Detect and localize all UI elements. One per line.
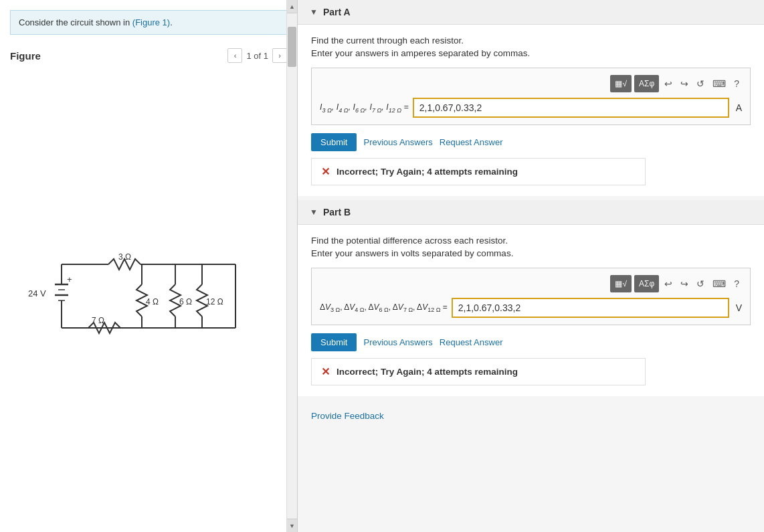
svg-text:24 V: 24 V xyxy=(28,288,46,298)
part-b-chevron: ▼ xyxy=(310,207,318,217)
matrix-btn[interactable]: ▦√ xyxy=(610,75,632,92)
provide-feedback-link[interactable]: Provide Feedback xyxy=(311,411,384,421)
redo-btn[interactable]: ↪ xyxy=(678,75,691,92)
help-btn[interactable]: ? xyxy=(731,75,742,92)
next-figure-btn[interactable]: › xyxy=(272,48,287,63)
part-b-error-icon: ✕ xyxy=(321,365,330,378)
circuit-diagram: + 24 V 3 Ω xyxy=(10,70,287,525)
part-b-input[interactable] xyxy=(452,298,729,318)
part-a-question2: Enter your answers in amperes separated … xyxy=(311,48,751,58)
figure-title: Figure xyxy=(10,50,41,62)
part-b-sigma-btn[interactable]: ΑΣφ xyxy=(634,275,659,292)
scroll-thumb xyxy=(288,27,296,67)
part-b-section: ▼ Part B Find the potential difference a… xyxy=(298,200,764,396)
figure-page: 1 of 1 xyxy=(246,51,268,61)
part-b-redo-btn[interactable]: ↪ xyxy=(678,275,691,292)
part-b-question1: Find the potential difference across eac… xyxy=(311,236,751,246)
keyboard-btn[interactable]: ⌨ xyxy=(710,75,729,92)
sigma-btn[interactable]: ΑΣφ xyxy=(634,75,659,92)
part-b-keyboard-btn[interactable]: ⌨ xyxy=(710,275,729,292)
part-b-label: Part B xyxy=(323,207,351,217)
part-b-matrix-btn[interactable]: ▦√ xyxy=(610,275,632,292)
figure-link[interactable]: (Figure 1) xyxy=(132,17,170,27)
part-a-unit: A xyxy=(733,102,742,113)
part-a-section: ▼ Part A Find the current through each r… xyxy=(298,0,764,196)
context-text: Consider the circuit shown in xyxy=(19,17,132,27)
part-a-answer-box: ▦√ ΑΣφ ↩ ↪ ↺ ⌨ ? I3 Ω, I4 Ω, I6 Ω, I7 Ω,… xyxy=(311,68,751,125)
figure-header: Figure ‹ 1 of 1 › xyxy=(10,48,287,63)
scroll-down-btn[interactable]: ▼ xyxy=(287,519,298,532)
part-a-toolbar: ▦√ ΑΣφ ↩ ↪ ↺ ⌨ ? xyxy=(320,75,742,92)
part-b-previous-answers-link[interactable]: Previous Answers xyxy=(363,337,432,347)
undo-btn[interactable]: ↩ xyxy=(662,75,675,92)
svg-text:12 Ω: 12 Ω xyxy=(206,297,223,306)
right-panel: ▼ Part A Find the current through each r… xyxy=(298,0,764,532)
figure-area: Figure ‹ 1 of 1 › + 24 V xyxy=(0,41,297,532)
context-box: Consider the circuit shown in (Figure 1)… xyxy=(10,10,287,35)
part-b-feedback-text: Incorrect; Try Again; 4 attempts remaini… xyxy=(337,367,518,377)
part-b-actions: Submit Previous Answers Request Answer xyxy=(311,333,751,351)
svg-text:6 Ω: 6 Ω xyxy=(179,297,192,306)
part-b-request-answer-link[interactable]: Request Answer xyxy=(440,337,503,347)
part-b-feedback-box: ✕ Incorrect; Try Again; 4 attempts remai… xyxy=(311,358,646,385)
part-b-answer-row: ΔV3 Ω, ΔV4 Ω, ΔV6 Ω, ΔV7 Ω, ΔV12 Ω = V xyxy=(320,298,742,318)
scrollbar: ▲ ▼ xyxy=(286,0,297,532)
part-a-chevron: ▼ xyxy=(310,7,318,17)
svg-text:4 Ω: 4 Ω xyxy=(146,297,159,306)
part-a-submit-btn[interactable]: Submit xyxy=(311,133,357,151)
part-b-question2: Enter your answers in volts separated by… xyxy=(311,248,751,258)
part-b-unit: V xyxy=(733,302,742,313)
figure-nav: ‹ 1 of 1 › xyxy=(227,48,287,63)
part-b-toolbar: ▦√ ΑΣφ ↩ ↪ ↺ ⌨ ? xyxy=(320,275,742,292)
part-b-equation-label: ΔV3 Ω, ΔV4 Ω, ΔV6 Ω, ΔV7 Ω, ΔV12 Ω = xyxy=(320,302,448,313)
part-a-actions: Submit Previous Answers Request Answer xyxy=(311,133,751,151)
part-b-answer-box: ▦√ ΑΣφ ↩ ↪ ↺ ⌨ ? ΔV3 Ω, ΔV4 Ω, ΔV6 Ω, ΔV… xyxy=(311,268,751,325)
part-b-refresh-btn[interactable]: ↺ xyxy=(694,275,707,292)
part-b-help-btn[interactable]: ? xyxy=(731,275,742,292)
part-a-previous-answers-link[interactable]: Previous Answers xyxy=(363,137,432,147)
part-a-feedback-text: Incorrect; Try Again; 4 attempts remaini… xyxy=(337,167,518,177)
svg-text:+: + xyxy=(67,274,72,284)
part-b-submit-btn[interactable]: Submit xyxy=(311,333,357,351)
refresh-btn[interactable]: ↺ xyxy=(694,75,707,92)
prev-figure-btn[interactable]: ‹ xyxy=(227,48,242,63)
part-a-input[interactable] xyxy=(413,98,729,118)
part-a-header: ▼ Part A xyxy=(298,0,764,25)
circuit-svg: + 24 V 3 Ω xyxy=(21,224,276,371)
part-b-content: Find the potential difference across eac… xyxy=(298,225,764,396)
scroll-up-btn[interactable]: ▲ xyxy=(287,0,298,13)
part-a-request-answer-link[interactable]: Request Answer xyxy=(440,137,503,147)
part-a-content: Find the current through each resistor. … xyxy=(298,25,764,196)
scroll-track xyxy=(287,13,297,519)
part-b-header: ▼ Part B xyxy=(298,200,764,225)
part-b-undo-btn[interactable]: ↩ xyxy=(662,275,675,292)
part-a-feedback-box: ✕ Incorrect; Try Again; 4 attempts remai… xyxy=(311,158,646,185)
part-a-error-icon: ✕ xyxy=(321,165,330,178)
part-a-answer-row: I3 Ω, I4 Ω, I6 Ω, I7 Ω, I12 Ω = A xyxy=(320,98,742,118)
left-panel: Consider the circuit shown in (Figure 1)… xyxy=(0,0,298,532)
part-a-label: Part A xyxy=(323,7,351,17)
part-a-equation-label: I3 Ω, I4 Ω, I6 Ω, I7 Ω, I12 Ω = xyxy=(320,102,409,114)
part-a-question1: Find the current through each resistor. xyxy=(311,35,751,46)
